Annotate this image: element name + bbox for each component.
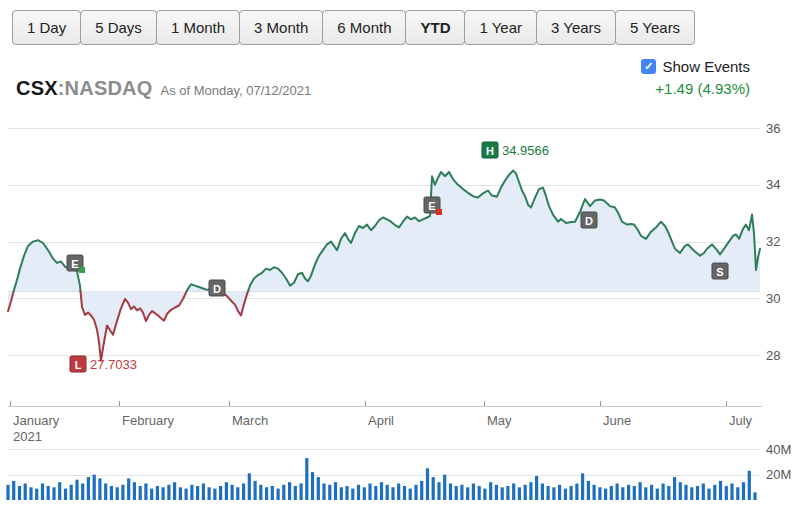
svg-text:July: July	[729, 413, 753, 428]
svg-text:January: January	[13, 413, 60, 428]
svg-text:32: 32	[766, 234, 780, 249]
svg-text:L: L	[75, 359, 82, 371]
month-axis: January2021FebruaryMarchAprilMayJuneJuly	[8, 401, 762, 444]
event-marker-split[interactable]: S	[712, 263, 728, 279]
event-marker-earnings-apr[interactable]: E	[424, 197, 442, 215]
svg-text:2021: 2021	[13, 429, 42, 444]
price-volume-chart: 3634323028January2021FebruaryMarchAprilM…	[0, 0, 800, 510]
stock-chart-screen: 1 Day5 Days1 Month3 Month6 MonthYTD1 Yea…	[0, 0, 800, 510]
svg-text:E: E	[428, 200, 435, 212]
svg-text:April: April	[368, 413, 394, 428]
svg-text:S: S	[716, 266, 723, 278]
event-marker-high[interactable]: H34.9566	[482, 142, 549, 158]
svg-text:H: H	[486, 145, 494, 157]
svg-text:28: 28	[766, 348, 780, 363]
price-area-fill	[8, 171, 760, 361]
svg-text:D: D	[213, 283, 221, 295]
svg-text:February: February	[122, 413, 175, 428]
svg-text:March: March	[232, 413, 268, 428]
svg-text:May: May	[487, 413, 512, 428]
event-marker-low[interactable]: L27.7033	[70, 356, 137, 372]
event-marker-dividend-may[interactable]: D	[581, 212, 597, 228]
volume-pane: 40M20M	[6, 442, 791, 500]
svg-text:27.7033: 27.7033	[90, 357, 137, 372]
svg-text:E: E	[71, 258, 78, 270]
svg-text:20M: 20M	[766, 467, 791, 482]
svg-text:D: D	[585, 215, 593, 227]
svg-text:June: June	[603, 413, 631, 428]
volume-bars	[6, 458, 756, 500]
event-marker-dividend-feb[interactable]: D	[209, 280, 225, 296]
svg-text:34.9566: 34.9566	[502, 143, 549, 158]
svg-text:30: 30	[766, 291, 780, 306]
svg-text:36: 36	[766, 121, 780, 136]
svg-text:34: 34	[766, 177, 780, 192]
svg-text:40M: 40M	[766, 442, 791, 457]
event-marker-earnings-jan[interactable]: E	[67, 255, 85, 273]
